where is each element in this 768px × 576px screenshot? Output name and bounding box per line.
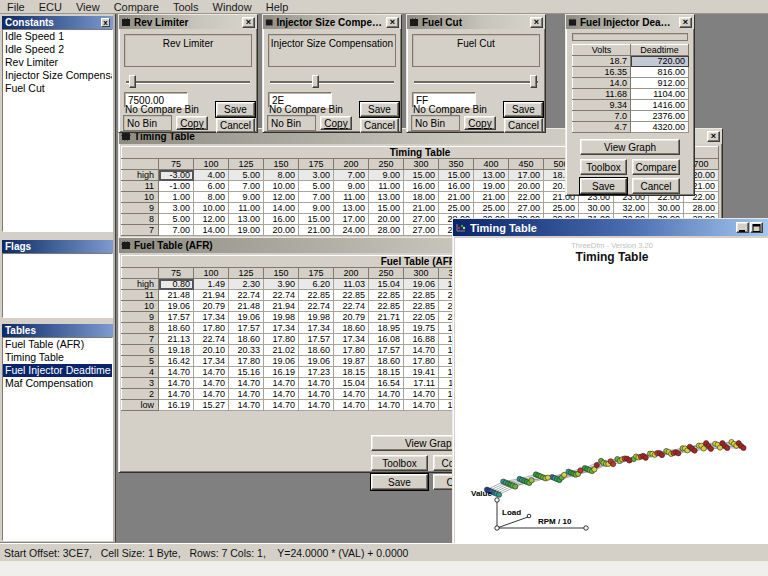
- table-cell[interactable]: 14.00: [264, 203, 299, 214]
- table-cell[interactable]: 1.00: [159, 192, 194, 203]
- list-item[interactable]: Maf Compensation: [3, 377, 112, 390]
- row-header[interactable]: high: [122, 170, 159, 181]
- row-header[interactable]: high: [122, 279, 159, 290]
- list-item[interactable]: Injector Size Compensation: [3, 69, 112, 82]
- table-cell[interactable]: 14.70: [369, 389, 404, 400]
- table-cell[interactable]: 11.00: [229, 203, 264, 214]
- close-icon[interactable]: ×: [242, 17, 255, 28]
- table-cell[interactable]: 14.70: [299, 389, 334, 400]
- table-cell[interactable]: 14.70: [159, 378, 194, 389]
- value-slider[interactable]: [414, 75, 538, 88]
- table-cell[interactable]: 16.42: [159, 356, 194, 367]
- toolbox-button[interactable]: Toolbox: [371, 455, 428, 471]
- slider-handle[interactable]: [530, 75, 537, 88]
- table-cell[interactable]: 4.7: [573, 122, 631, 133]
- table-cell[interactable]: 22.85: [334, 290, 369, 301]
- column-header[interactable]: 300: [404, 268, 439, 279]
- table-cell[interactable]: 17.80: [194, 323, 229, 334]
- list-item[interactable]: Idle Speed 2: [3, 43, 112, 56]
- table-cell[interactable]: 19.06: [404, 279, 439, 290]
- column-header[interactable]: 75: [159, 159, 194, 170]
- table-cell[interactable]: 5.00: [299, 181, 334, 192]
- menu-item-compare[interactable]: Compare: [107, 1, 166, 13]
- graph-canvas[interactable]: ThreeDfm - Version 3.20 Timing Table Val…: [455, 238, 768, 543]
- table-cell[interactable]: 15.00: [299, 214, 334, 225]
- table-cell[interactable]: 22.74: [229, 290, 264, 301]
- table-cell[interactable]: 10.00: [194, 203, 229, 214]
- row-header[interactable]: 10: [122, 301, 159, 312]
- table-cell[interactable]: 27.00: [404, 225, 439, 236]
- table-cell[interactable]: 18.15: [334, 367, 369, 378]
- copy-button[interactable]: Copy: [464, 116, 496, 130]
- table-cell[interactable]: 19.41: [404, 367, 439, 378]
- table-cell[interactable]: 16.08: [369, 334, 404, 345]
- copy-button[interactable]: Copy: [176, 116, 208, 130]
- maximize-icon[interactable]: [750, 222, 763, 233]
- table-cell[interactable]: 17.57: [299, 334, 334, 345]
- table-cell[interactable]: 19.75: [404, 323, 439, 334]
- column-header[interactable]: 100: [194, 268, 229, 279]
- cancel-button[interactable]: Cancel: [632, 178, 680, 194]
- column-header[interactable]: 200: [334, 159, 369, 170]
- row-header[interactable]: 4: [122, 367, 159, 378]
- table-cell[interactable]: 21.94: [194, 290, 229, 301]
- table-cell[interactable]: 17.57: [369, 345, 404, 356]
- table-cell[interactable]: 20.00: [369, 214, 404, 225]
- table-cell[interactable]: 14.0: [573, 78, 631, 89]
- table-cell[interactable]: 7.00: [159, 225, 194, 236]
- table-cell[interactable]: 17.34: [334, 334, 369, 345]
- table-cell[interactable]: 20.00: [264, 225, 299, 236]
- table-cell[interactable]: 13.00: [334, 203, 369, 214]
- table-cell[interactable]: 720.00: [631, 56, 689, 67]
- table-cell[interactable]: 22.85: [369, 290, 404, 301]
- table-cell[interactable]: 9.00: [334, 181, 369, 192]
- table-cell[interactable]: 912.00: [631, 78, 689, 89]
- save-button[interactable]: Save: [371, 474, 428, 490]
- table-cell[interactable]: 19.06: [229, 312, 264, 323]
- table-cell[interactable]: 6.20: [299, 279, 334, 290]
- row-header[interactable]: 11: [122, 290, 159, 301]
- cancel-button[interactable]: Cancel: [216, 118, 255, 133]
- save-button[interactable]: Save: [580, 178, 627, 194]
- table-cell[interactable]: 16.88: [404, 334, 439, 345]
- table-cell[interactable]: 3.90: [264, 279, 299, 290]
- table-cell[interactable]: 21.48: [229, 301, 264, 312]
- table-cell[interactable]: 14.70: [264, 400, 299, 411]
- table-cell[interactable]: 17.34: [299, 323, 334, 334]
- row-header[interactable]: 10: [122, 192, 159, 203]
- column-header[interactable]: 350: [439, 159, 474, 170]
- table-cell[interactable]: 12.00: [194, 214, 229, 225]
- table-cell[interactable]: 18.60: [369, 356, 404, 367]
- table-cell[interactable]: 14.70: [159, 367, 194, 378]
- table-cell[interactable]: 14.70: [334, 389, 369, 400]
- table-cell[interactable]: 21.00: [404, 203, 439, 214]
- table-cell[interactable]: 13.00: [229, 214, 264, 225]
- table-cell[interactable]: 11.03: [334, 279, 369, 290]
- row-header[interactable]: 8: [122, 323, 159, 334]
- table-cell[interactable]: 25.00: [439, 203, 474, 214]
- table-cell[interactable]: 17.34: [264, 323, 299, 334]
- table-cell[interactable]: 21.13: [159, 334, 194, 345]
- table-cell[interactable]: 10.00: [264, 181, 299, 192]
- table-cell[interactable]: 9.00: [299, 203, 334, 214]
- table-cell[interactable]: 16.00: [264, 214, 299, 225]
- table-cell[interactable]: 3.00: [159, 203, 194, 214]
- timing-graph-titlebar[interactable]: Timing Table: [453, 219, 768, 236]
- table-cell[interactable]: 13.00: [369, 192, 404, 203]
- table-cell[interactable]: 14.00: [194, 225, 229, 236]
- table-cell[interactable]: 17.80: [264, 334, 299, 345]
- compare-button[interactable]: Compare: [632, 159, 680, 175]
- table-cell[interactable]: 3.00: [299, 170, 334, 181]
- fuel-cut-titlebar[interactable]: Fuel Cut ×: [407, 15, 545, 29]
- row-header[interactable]: 9: [122, 312, 159, 323]
- table-cell[interactable]: 2.30: [229, 279, 264, 290]
- table-cell[interactable]: 28.00: [369, 225, 404, 236]
- table-cell[interactable]: 16.19: [264, 367, 299, 378]
- table-cell[interactable]: 14.70: [264, 389, 299, 400]
- table-cell[interactable]: 7.00: [334, 170, 369, 181]
- table-cell[interactable]: 4320.00: [631, 122, 689, 133]
- table-cell[interactable]: 21.48: [159, 290, 194, 301]
- table-cell[interactable]: 1104.00: [631, 89, 689, 100]
- table-cell[interactable]: 18.60: [159, 323, 194, 334]
- row-header[interactable]: 7: [122, 334, 159, 345]
